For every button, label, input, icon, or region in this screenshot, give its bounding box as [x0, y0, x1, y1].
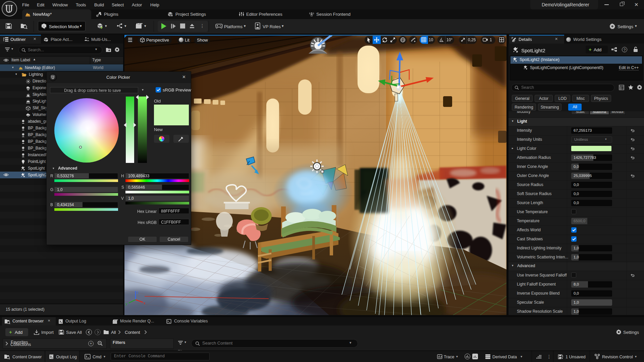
svg-text:z: z [137, 290, 139, 294]
svg-text:y: y [125, 302, 127, 306]
svg-text:x: x [144, 301, 146, 305]
